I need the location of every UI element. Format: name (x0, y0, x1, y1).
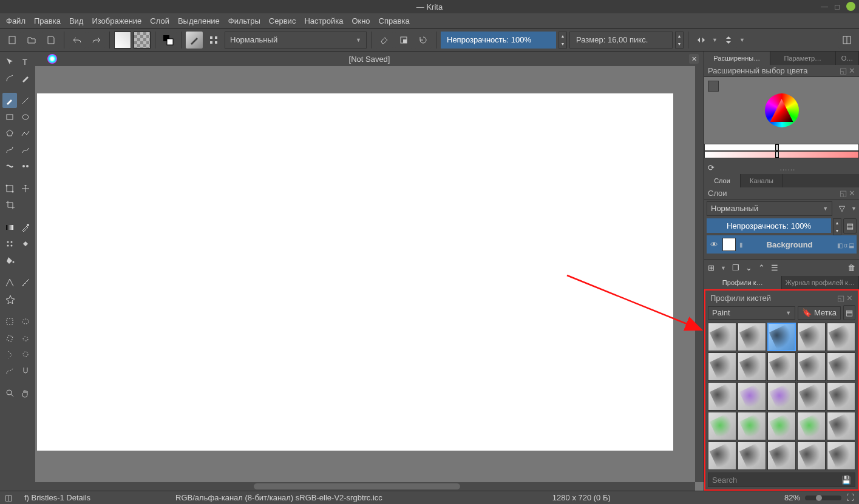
layer-blend-select[interactable]: Нормальный▼ (707, 201, 832, 216)
layer-opacity-slider[interactable]: Непрозрачность: 100% (707, 218, 831, 233)
smart-fill-tool[interactable] (18, 236, 33, 251)
pan-tool[interactable] (18, 385, 33, 400)
save-file-button[interactable] (42, 32, 59, 49)
brush-preset[interactable] (738, 412, 766, 440)
eraser-mode-button[interactable] (376, 32, 393, 49)
menu-image[interactable]: Изображение (92, 16, 141, 25)
add-layer-button[interactable]: ⊞ (708, 263, 715, 272)
size-slider[interactable]: Размер: 16,00 пикс. (569, 32, 673, 49)
color-wheel[interactable] (765, 93, 799, 127)
free-select-tool[interactable] (18, 330, 33, 345)
tab-channels[interactable]: Каналы (741, 174, 783, 187)
menu-window[interactable]: Окно (351, 16, 370, 25)
horizontal-scrollbar[interactable] (35, 482, 695, 491)
brush-preset[interactable] (738, 442, 766, 470)
zoom-tool[interactable] (2, 385, 17, 400)
select-mode-icon[interactable]: ◫ (5, 493, 12, 502)
bezier-select-tool[interactable] (2, 363, 17, 378)
crop-tool[interactable] (2, 197, 18, 212)
mirror-v-button[interactable] (720, 32, 737, 49)
menu-filters[interactable]: Фильтры (228, 16, 260, 25)
move-tool[interactable] (2, 54, 17, 69)
fgbg-color-button[interactable] (160, 32, 177, 49)
chevron-down-icon[interactable]: ▼ (712, 37, 718, 43)
layer-properties-button[interactable]: ▤ (843, 218, 857, 234)
size-spinner[interactable]: ▲▼ (675, 32, 684, 49)
undo-button[interactable] (69, 32, 86, 49)
brush-preset[interactable] (827, 412, 855, 440)
pattern-tool[interactable] (2, 236, 17, 251)
menu-edit[interactable]: Правка (34, 16, 61, 25)
gradient-swatch[interactable] (114, 32, 131, 49)
contiguous-select-tool[interactable] (2, 346, 17, 361)
measure-tool[interactable] (18, 275, 33, 290)
scroll-thumb[interactable] (254, 483, 460, 489)
opacity-spinner[interactable]: ▲▼ (559, 32, 567, 49)
brush-preset[interactable] (708, 323, 736, 351)
layer-settings-button[interactable]: ☰ (771, 263, 778, 272)
brush-preset[interactable] (708, 442, 736, 470)
filter-icon[interactable]: ▽ (834, 201, 849, 216)
brush-preset-button[interactable] (186, 32, 203, 49)
menu-layer[interactable]: Слой (150, 16, 169, 25)
gradient-tool[interactable] (2, 220, 17, 235)
brush-preset[interactable] (738, 323, 766, 351)
brush-search-input[interactable]: Search 💾 (708, 472, 855, 487)
brush-preset[interactable] (797, 323, 826, 351)
brush-preset[interactable] (708, 352, 736, 381)
polyline-tool[interactable] (18, 126, 33, 141)
move-layer-tool[interactable] (18, 181, 33, 196)
brush-preset[interactable] (708, 412, 736, 440)
brush-preset[interactable] (827, 382, 855, 411)
canvas[interactable] (37, 93, 673, 451)
layer-row[interactable]: 👁 ▮ Background ◧α⬓ (707, 235, 857, 254)
bezier-tool[interactable] (2, 142, 17, 157)
close-panel-icon[interactable]: ✕ (849, 66, 855, 75)
rect-select-tool[interactable] (2, 314, 17, 329)
tab-about[interactable]: О… (836, 52, 859, 65)
workspace-button[interactable] (838, 32, 855, 49)
brush-tag-button[interactable]: 🔖Метка (798, 306, 841, 320)
freehand-path-tool[interactable] (18, 142, 33, 157)
close-panel-icon[interactable]: ✕ (846, 294, 853, 303)
brush-preset[interactable] (797, 382, 826, 411)
menu-tools[interactable]: Сервис (269, 16, 296, 25)
chevron-down-icon[interactable]: ▼ (851, 206, 857, 212)
brush-preset[interactable] (767, 412, 796, 440)
save-icon[interactable]: 💾 (841, 475, 851, 485)
dyna-tool[interactable] (2, 158, 17, 173)
move-down-button[interactable]: ⌄ (745, 263, 752, 272)
pattern-swatch[interactable] (134, 32, 151, 49)
tab-brush-history[interactable]: Журнал профилей к… (782, 276, 860, 289)
brush-category-select[interactable]: Paint▼ (708, 306, 795, 320)
color-picker-tool[interactable] (18, 220, 33, 235)
color-history[interactable]: ⟳ …… (704, 161, 859, 174)
brush-preset[interactable] (797, 442, 826, 470)
mirror-h-button[interactable] (693, 32, 710, 49)
close-panel-icon[interactable]: ✕ (849, 189, 855, 198)
tab-layers[interactable]: Слои (704, 174, 741, 187)
maximize-icon[interactable]: ◻ (834, 2, 840, 11)
edit-shapes-tool[interactable] (2, 70, 17, 86)
menu-view[interactable]: Вид (69, 16, 84, 25)
color-sliders[interactable] (704, 144, 859, 161)
brush-preset[interactable] (797, 352, 826, 381)
tab-parameters[interactable]: Параметр… (770, 52, 837, 65)
layer-opacity-spinner[interactable]: ▲▼ (833, 218, 841, 235)
polygon-tool[interactable] (2, 126, 17, 141)
brush-preset[interactable] (767, 442, 796, 470)
brush-preset[interactable] (767, 382, 796, 411)
brush-settings-button[interactable] (205, 32, 222, 49)
brush-tool[interactable] (2, 93, 17, 108)
brush-preset[interactable] (797, 412, 826, 440)
minimize-icon[interactable]: — (821, 2, 828, 11)
menu-selection[interactable]: Выделение (178, 16, 220, 25)
fill-tool[interactable] (2, 252, 18, 267)
calligraphy-tool[interactable] (18, 70, 33, 86)
document-close-button[interactable]: ✕ (689, 54, 699, 64)
open-file-button[interactable] (23, 32, 40, 49)
brush-preset[interactable] (708, 382, 736, 411)
menu-help[interactable]: Справка (379, 16, 410, 25)
visibility-icon[interactable]: 👁 (709, 240, 719, 249)
zoom-fit-button[interactable]: ⛶ (846, 493, 854, 502)
